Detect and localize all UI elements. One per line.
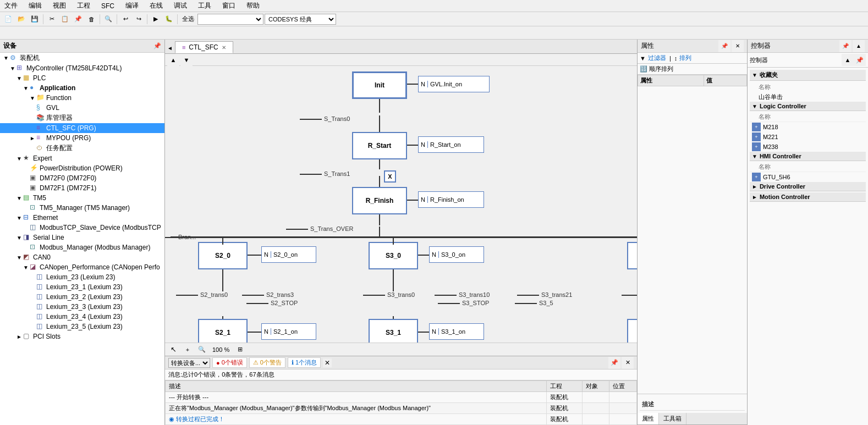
tree-item-dm72f1[interactable]: ▣DM72F1 (DM72F1) bbox=[0, 183, 164, 193]
menu-item-编辑[interactable]: 编辑 bbox=[26, 1, 44, 11]
tree-item-modbustcp[interactable]: ◫ModbusTCP_Slave_Device (ModbusTCP bbox=[0, 223, 164, 233]
sfc-step-s2_1[interactable]: S2_1 bbox=[198, 319, 248, 343]
tree-expand-icon[interactable]: ▼ bbox=[15, 156, 23, 162]
tab-CTL_SFC[interactable]: ≡ CTL_SFC✕ bbox=[175, 41, 233, 53]
file-save-btn[interactable]: 💾 bbox=[29, 13, 41, 25]
tree-expand-icon[interactable]: ▼ bbox=[15, 75, 23, 81]
sfc-action-s3_1[interactable]: NS3_1_on bbox=[429, 323, 484, 340]
build-btn[interactable]: ▶ bbox=[150, 13, 162, 25]
tree-item-function[interactable]: ▼📁Function bbox=[0, 93, 164, 103]
toolbox-filter-pin[interactable]: 📌 bbox=[854, 54, 866, 66]
menu-item-窗口[interactable]: 窗口 bbox=[220, 1, 238, 11]
tree-item-ctl_sfc[interactable]: ≡CTL_SFC (PRG) bbox=[0, 123, 164, 133]
sfc-action-s2_1[interactable]: NS2_1_on bbox=[261, 323, 316, 340]
tree-item-lexium23[interactable]: ◫Lexium_23 (Lexium 23) bbox=[0, 272, 164, 282]
tree-expand-icon[interactable]: ▼ bbox=[15, 255, 23, 261]
tree-item-taskconfig[interactable]: ⏲任务配置 bbox=[0, 143, 164, 153]
tree-item-root[interactable]: ▼⚙装配机 bbox=[0, 53, 164, 63]
tree-item-mycontroller[interactable]: ▼⊞MyController (TM258LF42DT4L) bbox=[0, 63, 164, 73]
tree-item-pcislots[interactable]: ►▢PCI Slots bbox=[0, 332, 164, 341]
seq-sort[interactable]: 🔢 顺序排列 bbox=[638, 64, 747, 75]
file-open-btn[interactable]: 📂 bbox=[15, 13, 28, 25]
sfc-action-s3_0[interactable]: NS3_0_on bbox=[429, 246, 484, 263]
menu-item-文件[interactable]: 文件 bbox=[2, 1, 20, 11]
debug-btn[interactable]: 🐛 bbox=[163, 13, 175, 25]
tab-scroll-left[interactable]: ◄ bbox=[165, 43, 175, 53]
filter-label[interactable]: 过滤器 bbox=[648, 54, 666, 62]
find-btn[interactable]: 🔍 bbox=[102, 13, 114, 25]
tree-expand-icon[interactable]: ▼ bbox=[22, 264, 30, 271]
toolbox-filter-expand[interactable]: ▲ bbox=[842, 54, 854, 66]
tree-item-tm5[interactable]: ▼▤TM5 bbox=[0, 193, 164, 203]
properties-close-btn[interactable]: ✕ bbox=[732, 40, 744, 52]
tree-item-expert[interactable]: ▼★Expert bbox=[0, 153, 164, 163]
tree-item-can0[interactable]: ▼◩CAN0 bbox=[0, 252, 164, 262]
tree-item-lexium23_2[interactable]: ◫Lexium_23_2 (Lexium 23) bbox=[0, 292, 164, 302]
toolbox-item-GTU_5H6[interactable]: +GTU_5H6 bbox=[750, 172, 866, 182]
sfc-step-s4_1[interactable]: S4_1 bbox=[627, 319, 637, 343]
sfc-step-s4_0[interactable]: S4_0 bbox=[627, 242, 637, 269]
zoom-in-tool[interactable]: 🔍 bbox=[196, 344, 208, 356]
tree-item-tm5manager[interactable]: ⊡TM5_Manager (TM5 Manager) bbox=[0, 203, 164, 213]
sfc-action-rstart[interactable]: NR_Start_on bbox=[418, 136, 484, 153]
select-tool[interactable]: ↖ bbox=[167, 344, 179, 356]
collect-item[interactable]: 山谷单击 bbox=[750, 92, 866, 102]
prop-tab-属性[interactable]: 属性 bbox=[638, 413, 659, 424]
tree-item-canopen[interactable]: ▼◪CANopen_Performance (CANopen Perfo bbox=[0, 262, 164, 272]
tree-item-gvl[interactable]: §GVL bbox=[0, 103, 164, 113]
tree-item-lexium23_5[interactable]: ◫Lexium_23_5 (Lexium 23) bbox=[0, 322, 164, 332]
tab-close-btn[interactable]: ✕ bbox=[222, 45, 226, 51]
sfc-step-s2_0[interactable]: S2_0 bbox=[198, 242, 248, 269]
sfc-step-rstart[interactable]: R_Start bbox=[352, 132, 407, 159]
sfc-step-s3_1[interactable]: S3_1 bbox=[369, 319, 418, 343]
properties-pin-btn[interactable]: 📌 bbox=[718, 40, 730, 52]
codesys-combo[interactable]: CODESYS 经典 bbox=[265, 14, 336, 25]
tree-item-modbusmanager[interactable]: ⊡Modbus_Manager (Modbus Manager) bbox=[0, 242, 164, 252]
sfc-step-init[interactable]: Init bbox=[352, 71, 407, 99]
tree-expand-icon[interactable]: ▼ bbox=[29, 95, 36, 101]
toolbox-expand-btn[interactable]: ▲ bbox=[853, 40, 865, 52]
tree-expand-icon[interactable]: ▼ bbox=[15, 195, 23, 201]
copy-btn[interactable]: 📋 bbox=[59, 13, 71, 25]
collections-header[interactable]: ▼收藏夹 bbox=[750, 70, 866, 81]
toolbox-pin-btn[interactable]: 📌 bbox=[839, 40, 851, 52]
cut-btn[interactable]: ✂ bbox=[46, 13, 58, 25]
panel-pin-btn[interactable]: 📌 bbox=[608, 357, 620, 369]
menu-item-工程[interactable]: 工程 bbox=[75, 1, 92, 11]
sfc-step-s3_0[interactable]: S3_0 bbox=[369, 242, 418, 269]
nav-down-btn[interactable]: ▼ bbox=[180, 54, 193, 66]
tree-item-serialline[interactable]: ▼◨Serial Line bbox=[0, 233, 164, 242]
clear-messages-btn[interactable]: ✕ bbox=[323, 358, 332, 367]
sfc-step-rfinish[interactable]: R_Finish bbox=[352, 187, 407, 214]
tree-expand-icon[interactable]: ► bbox=[15, 334, 23, 340]
add-tool[interactable]: + bbox=[182, 344, 194, 356]
tree-item-libmgr[interactable]: 📚库管理器 bbox=[0, 113, 164, 123]
toolbox-item-M221[interactable]: +M221 bbox=[750, 132, 866, 142]
undo-btn[interactable]: ↩ bbox=[119, 13, 131, 25]
toolbox-content[interactable]: ▼收藏夹名称山谷单击▼Logic Controller名称+M218+M221+… bbox=[748, 68, 868, 425]
tree-expand-icon[interactable]: ▼ bbox=[15, 235, 23, 241]
file-new-btn[interactable]: 📄 bbox=[2, 13, 14, 25]
tree-item-mypou[interactable]: ►≡MYPOU (PRG) bbox=[0, 133, 164, 143]
tree-item-dm72f0[interactable]: ▣DM72F0 (DM72F0) bbox=[0, 173, 164, 183]
sfc-action-s2_0[interactable]: NS2_0_on bbox=[261, 246, 316, 263]
sfc-action-rfinish[interactable]: NR_Finish_on bbox=[418, 191, 484, 208]
tree-item-lexium23_4[interactable]: ◫Lexium_23_4 (Lexium 23) bbox=[0, 312, 164, 322]
section-header-Motion-Controller[interactable]: ►Motion Controller bbox=[750, 192, 866, 202]
tree-expand-icon[interactable]: ▼ bbox=[9, 65, 17, 71]
panel-close-btn[interactable]: ✕ bbox=[622, 357, 634, 369]
section-header-Drive-Controller[interactable]: ►Drive Controller bbox=[750, 182, 866, 191]
tree-item-powerdist[interactable]: ⚡PowerDistribution (POWER) bbox=[0, 163, 164, 173]
nav-up-btn[interactable]: ▲ bbox=[167, 54, 179, 66]
menu-item-工具[interactable]: 工具 bbox=[196, 1, 213, 11]
tree-item-lexium23_1[interactable]: ◫Lexium_23_1 (Lexium 23) bbox=[0, 282, 164, 292]
tree-expand-icon[interactable]: ▼ bbox=[2, 55, 10, 61]
menu-item-在线[interactable]: 在线 bbox=[147, 1, 165, 11]
panel-pin-icon[interactable]: 📌 bbox=[153, 42, 161, 49]
redo-btn[interactable]: ↪ bbox=[133, 13, 145, 25]
tree-item-application[interactable]: ▼●Application bbox=[0, 83, 164, 93]
paste-btn[interactable]: 📌 bbox=[72, 13, 84, 25]
section-header-HMI-Controller[interactable]: ▼HMI Controller bbox=[750, 152, 866, 161]
menu-item-调试[interactable]: 调试 bbox=[172, 1, 189, 11]
sort-label[interactable]: 排列 bbox=[679, 54, 691, 62]
